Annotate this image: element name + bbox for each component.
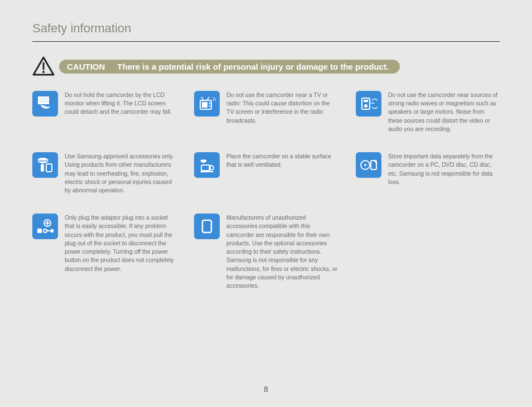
safety-item-text: Store important data separately from the… <box>388 152 500 186</box>
samsung-accessory-icon: SAMSUNG <box>32 152 58 178</box>
safety-item: Manufacturers of unauthorized accessorie… <box>194 214 338 290</box>
caution-label: CAUTION <box>67 62 105 71</box>
safety-item: Do not hold the camcorder by the LCD mon… <box>32 91 176 133</box>
adaptor-plug-icon <box>32 214 58 239</box>
svg-rect-24 <box>51 229 54 232</box>
safety-item: Do not use the camcorder near sources of… <box>356 91 500 133</box>
svg-point-1 <box>42 71 45 73</box>
stable-surface-icon <box>194 152 220 178</box>
svg-rect-22 <box>37 229 42 233</box>
svg-rect-25 <box>202 220 211 232</box>
data-storage-icon <box>356 152 381 178</box>
tv-radio-icon <box>194 91 220 117</box>
caution-bar: CAUTION There is a potential risk of per… <box>59 60 400 74</box>
safety-item-text: Use Samsung-approved accessories only. U… <box>65 152 176 195</box>
safety-item: SAMSUNG Use Samsung-approved accessories… <box>32 152 176 195</box>
safety-item-text: Do not hold the camcorder by the LCD mon… <box>65 91 176 117</box>
radio-waves-icon <box>356 91 381 117</box>
safety-item-text: Manufacturers of unauthorized accessorie… <box>226 214 338 290</box>
manual-accessory-icon <box>194 214 220 239</box>
warning-triangle-icon <box>32 56 55 76</box>
svg-point-17 <box>364 164 366 166</box>
svg-point-5 <box>209 105 211 107</box>
page-number: 8 <box>264 385 268 394</box>
page-title: Safety information <box>32 21 500 42</box>
safety-grid: Do not hold the camcorder by the LCD mon… <box>32 91 500 290</box>
svg-rect-12 <box>46 164 52 172</box>
safety-item: Only plug the adaptor plug into a socket… <box>32 214 176 290</box>
safety-item-text: Do not use the camcorder near sources of… <box>388 91 500 133</box>
safety-item: Store important data separately from the… <box>356 152 500 195</box>
svg-point-23 <box>43 229 47 232</box>
lcd-hold-icon <box>32 91 58 117</box>
safety-item-text: Only plug the adaptor plug into a socket… <box>65 214 176 273</box>
svg-rect-8 <box>364 100 368 102</box>
caution-text: There is a potential risk of personal in… <box>117 62 389 71</box>
svg-rect-11 <box>41 164 44 172</box>
caution-header: CAUTION There is a potential risk of per… <box>32 56 500 76</box>
safety-item: Do not use the camcorder near a TV or ra… <box>194 91 338 133</box>
safety-item-text: Do not use the camcorder near a TV or ra… <box>226 91 338 125</box>
svg-point-4 <box>209 103 211 104</box>
safety-item-text: Place the camcorder on a stable surface … <box>226 152 338 169</box>
svg-point-7 <box>364 104 367 108</box>
svg-text:SAMSUNG: SAMSUNG <box>37 159 49 162</box>
svg-rect-3 <box>202 102 207 108</box>
safety-item: Place the camcorder on a stable surface … <box>194 152 338 195</box>
